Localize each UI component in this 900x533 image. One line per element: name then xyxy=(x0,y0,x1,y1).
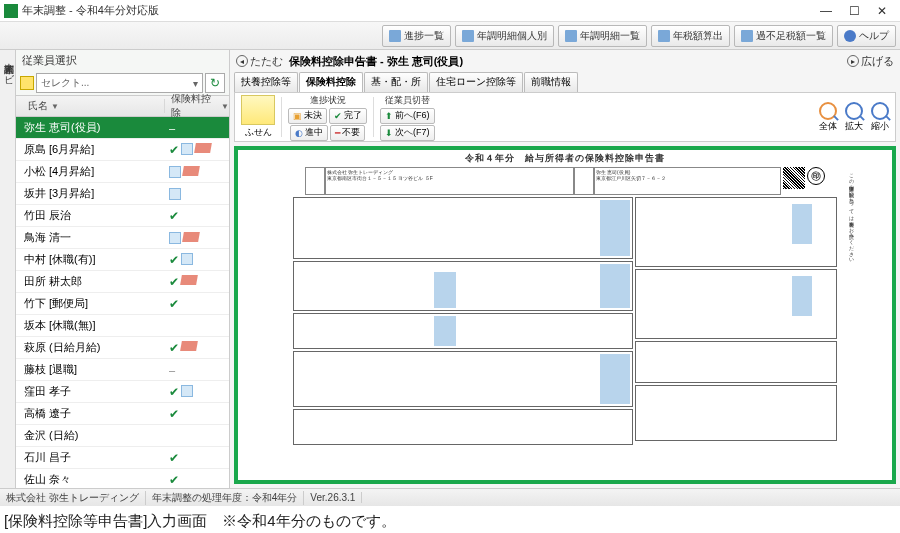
down-arrow-icon: ⬇ xyxy=(385,128,393,138)
employee-name: 中村 [休職(有)] xyxy=(16,252,165,267)
employee-row[interactable]: 坂本 [休職(無)] xyxy=(16,315,229,337)
blue-tag-icon xyxy=(181,385,193,397)
zoom-in-button[interactable]: 拡大 xyxy=(845,102,863,133)
filter-icon xyxy=(20,76,34,90)
progress-done-button[interactable]: ✔完了 xyxy=(329,108,367,124)
form-title: 令和４年分 給与所得者の保険料控除申告書 xyxy=(285,152,845,165)
tab-0[interactable]: 扶養控除等 xyxy=(234,72,298,92)
employee-row[interactable]: 中村 [休職(有)]✔ xyxy=(16,249,229,271)
blue-tag-icon xyxy=(169,232,181,244)
check-icon: ✔ xyxy=(169,451,179,465)
expand-button[interactable]: ▸広げる xyxy=(847,54,894,69)
employee-row[interactable]: 萩原 (日給月給)✔ xyxy=(16,337,229,359)
blue-tag-icon xyxy=(169,166,181,178)
done-icon: ✔ xyxy=(334,111,342,121)
employee-row[interactable]: 窪田 孝子✔ xyxy=(16,381,229,403)
progress-title: 進捗状況 xyxy=(310,94,346,107)
employee-row[interactable]: 原島 [6月昇給]✔ xyxy=(16,139,229,161)
blue-tag-icon xyxy=(181,253,193,265)
employee-row[interactable]: 小松 [4月昇給] xyxy=(16,161,229,183)
main-toolbar: 進捗一覧年調明細個人別年調明細一覧年税額算出過不足税額一覧 ヘルプ xyxy=(0,22,900,50)
help-button[interactable]: ヘルプ xyxy=(837,25,896,47)
employee-row[interactable]: 鳥海 清一 xyxy=(16,227,229,249)
expand-icon: ▸ xyxy=(847,55,859,67)
toolbar-button-0[interactable]: 進捗一覧 xyxy=(382,25,451,47)
employee-row[interactable]: 田所 耕太郎✔ xyxy=(16,271,229,293)
employee-row[interactable]: 佐山 奈々✔ xyxy=(16,469,229,488)
sort-icon: ▼ xyxy=(221,102,229,111)
window-title: 年末調整 - 令和4年分対応版 xyxy=(22,3,812,18)
zoom-in-icon xyxy=(845,102,863,120)
employee-name: 竹下 [郵便局] xyxy=(16,296,165,311)
employee-name: 金沢 (日給) xyxy=(16,428,165,443)
toolbar-icon xyxy=(462,30,474,42)
employee-name: 小松 [4月昇給] xyxy=(16,164,165,179)
progress-inprogress-button[interactable]: ◐進中 xyxy=(290,125,328,141)
zoom-out-button[interactable]: 縮小 xyxy=(871,102,889,133)
employee-row[interactable]: 竹田 辰治✔ xyxy=(16,205,229,227)
tab-2[interactable]: 基・配・所 xyxy=(364,72,428,92)
toolbar-icon xyxy=(565,30,577,42)
check-icon: ✔ xyxy=(169,297,179,311)
red-tag-icon xyxy=(182,232,200,242)
employee-name: 石川 昌子 xyxy=(16,450,165,465)
sidebar-tab-nencho-navi[interactable]: 年末調整ナビ xyxy=(0,50,16,488)
employee-row[interactable]: 坂井 [3月昇給] xyxy=(16,183,229,205)
next-employee-button[interactable]: ⬇次へ(F7) xyxy=(380,125,435,141)
toolbar-button-4[interactable]: 過不足税額一覧 xyxy=(734,25,833,47)
check-icon: ✔ xyxy=(169,209,179,223)
toolbar-icon xyxy=(741,30,753,42)
form-preview[interactable]: 令和４年分 給与所得者の保険料控除申告書 株式会社 弥生トレーディング東京都南区… xyxy=(234,146,896,484)
toolbar-button-1[interactable]: 年調明細個人別 xyxy=(455,25,554,47)
minimize-button[interactable]: — xyxy=(812,1,840,21)
sticky-note-button[interactable] xyxy=(241,95,275,125)
employee-row[interactable]: 弥生 恵司(役員)– xyxy=(16,117,229,139)
check-icon: ✔ xyxy=(169,275,179,289)
red-tag-icon xyxy=(180,341,198,351)
employee-status: – xyxy=(165,364,229,376)
employee-panel: 従業員選択 セレクト...▾ ↻ 氏名▼ 保険料控除▼ 弥生 恵司(役員)–原島… xyxy=(16,50,230,488)
progress-na-button[interactable]: ━不要 xyxy=(330,125,365,141)
employee-row[interactable]: 竹下 [郵便局]✔ xyxy=(16,293,229,315)
employee-row[interactable]: 石川 昌子✔ xyxy=(16,447,229,469)
fold-button[interactable]: ◂たたむ xyxy=(236,54,283,69)
tab-bar: 扶養控除等保険料控除基・配・所住宅ローン控除等前職情報 xyxy=(230,72,900,92)
col-header-name[interactable]: 氏名▼ xyxy=(16,99,165,113)
toolbar-button-2[interactable]: 年調明細一覧 xyxy=(558,25,647,47)
toolbar-icon xyxy=(389,30,401,42)
content-area: ◂たたむ 保険料控除申告書 - 弥生 恵司(役員) ▸広げる 扶養控除等保険料控… xyxy=(230,50,900,488)
prev-employee-button[interactable]: ⬆前へ(F6) xyxy=(380,108,435,124)
employee-status xyxy=(165,188,229,200)
tab-1[interactable]: 保険料控除 xyxy=(299,72,363,92)
employee-status: – xyxy=(165,122,229,134)
sticky-label: ふせん xyxy=(245,126,272,139)
zoom-fit-button[interactable]: 全体 xyxy=(819,102,837,133)
refresh-button[interactable]: ↻ xyxy=(205,73,225,93)
check-icon: ✔ xyxy=(169,473,179,487)
stamp-ho: ㊞ xyxy=(807,167,825,185)
employee-status: ✔ xyxy=(165,473,229,487)
pending-icon: ▣ xyxy=(293,111,302,121)
close-button[interactable]: ✕ xyxy=(868,1,896,21)
filter-dropdown[interactable]: セレクト...▾ xyxy=(36,73,203,93)
maximize-button[interactable]: ☐ xyxy=(840,1,868,21)
col-header-status[interactable]: 保険料控除▼ xyxy=(165,92,229,120)
employee-row[interactable]: 高橋 遼子✔ xyxy=(16,403,229,425)
tab-3[interactable]: 住宅ローン控除等 xyxy=(429,72,523,92)
employee-name: 窪田 孝子 xyxy=(16,384,165,399)
employee-name: 坂本 [休職(無)] xyxy=(16,318,165,333)
employee-name: 竹田 辰治 xyxy=(16,208,165,223)
red-tag-icon xyxy=(194,143,212,153)
dash-icon: – xyxy=(169,364,175,376)
toolbar-button-3[interactable]: 年税額算出 xyxy=(651,25,730,47)
nav-title: 従業員切替 xyxy=(385,94,430,107)
blue-tag-icon xyxy=(181,143,193,155)
check-icon: ✔ xyxy=(169,407,179,421)
employee-row[interactable]: 金沢 (日給) xyxy=(16,425,229,447)
zoom-out-icon xyxy=(871,102,889,120)
employee-row[interactable]: 藤枝 [退職]– xyxy=(16,359,229,381)
status-version: Ver.26.3.1 xyxy=(304,492,362,503)
progress-pending-button[interactable]: ▣未決 xyxy=(288,108,327,124)
tab-4[interactable]: 前職情報 xyxy=(524,72,578,92)
employee-status xyxy=(165,232,229,244)
